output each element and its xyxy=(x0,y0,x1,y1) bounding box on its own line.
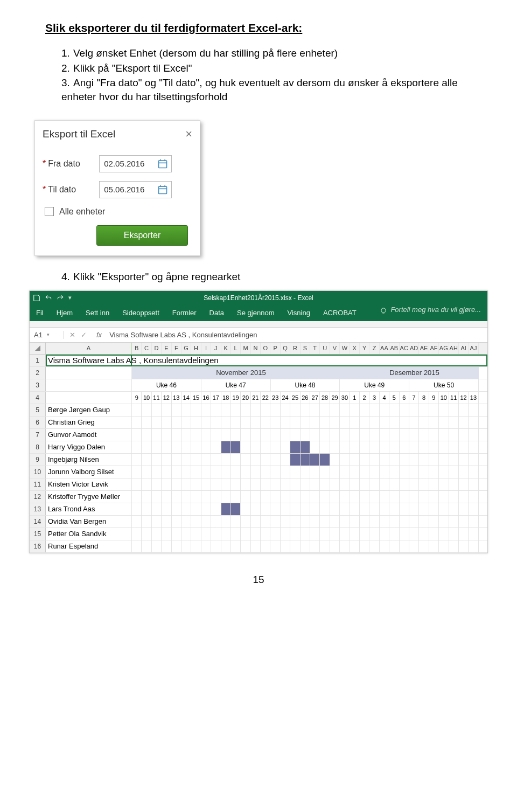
data-cell[interactable] xyxy=(172,516,181,528)
data-cell[interactable] xyxy=(439,478,449,490)
data-cell[interactable] xyxy=(290,404,300,416)
col-header-o[interactable]: O xyxy=(261,343,270,354)
data-cell[interactable] xyxy=(369,478,379,490)
data-cell[interactable] xyxy=(369,441,379,453)
data-cell[interactable] xyxy=(449,466,459,478)
data-cell[interactable] xyxy=(389,417,399,428)
data-cell[interactable] xyxy=(409,528,419,540)
data-cell[interactable] xyxy=(459,528,469,540)
data-cell[interactable] xyxy=(389,491,399,503)
data-cell[interactable] xyxy=(211,404,221,416)
data-cell[interactable] xyxy=(132,540,142,552)
data-cell[interactable] xyxy=(211,540,221,552)
data-cell[interactable] xyxy=(330,441,340,453)
data-cell[interactable] xyxy=(201,503,211,515)
data-cell[interactable] xyxy=(439,466,449,478)
data-cell[interactable] xyxy=(142,466,151,478)
col-header-aj[interactable]: AJ xyxy=(469,343,478,354)
data-cell[interactable] xyxy=(172,454,181,466)
data-cell[interactable] xyxy=(231,429,241,441)
data-cell[interactable] xyxy=(439,540,449,552)
data-cell[interactable] xyxy=(261,478,270,490)
calendar-icon[interactable] xyxy=(157,184,168,195)
data-cell[interactable] xyxy=(221,454,231,466)
data-cell[interactable] xyxy=(201,540,211,552)
data-cell[interactable] xyxy=(310,429,320,441)
col-header-ah[interactable]: AH xyxy=(449,343,459,354)
data-cell[interactable] xyxy=(231,404,241,416)
data-cell[interactable] xyxy=(369,404,379,416)
data-cell[interactable] xyxy=(221,478,231,490)
data-cell[interactable] xyxy=(261,429,270,441)
data-cell[interactable] xyxy=(241,417,250,428)
data-cell[interactable] xyxy=(350,478,360,490)
data-cell[interactable] xyxy=(132,503,142,515)
data-cell[interactable] xyxy=(429,466,439,478)
data-cell[interactable] xyxy=(369,454,379,466)
col-header-d[interactable]: D xyxy=(152,343,162,354)
data-cell[interactable] xyxy=(142,540,151,552)
data-cell[interactable] xyxy=(439,441,449,453)
data-cell[interactable] xyxy=(211,478,221,490)
data-cell[interactable] xyxy=(221,540,231,552)
data-cell[interactable] xyxy=(429,404,439,416)
data-cell[interactable] xyxy=(409,417,419,428)
col-header-k[interactable]: K xyxy=(221,343,231,354)
name-cell[interactable]: Lars Trond Aas xyxy=(46,503,132,515)
data-cell[interactable] xyxy=(241,429,250,441)
data-cell[interactable] xyxy=(261,491,270,503)
data-cell[interactable] xyxy=(469,540,478,552)
data-cell[interactable] xyxy=(389,466,399,478)
data-cell[interactable] xyxy=(469,454,478,466)
data-cell[interactable] xyxy=(449,478,459,490)
data-cell[interactable] xyxy=(400,441,409,453)
data-cell[interactable] xyxy=(409,491,419,503)
data-cell[interactable] xyxy=(251,503,261,515)
data-cell[interactable] xyxy=(380,417,389,428)
data-cell[interactable] xyxy=(201,429,211,441)
data-cell[interactable] xyxy=(400,466,409,478)
data-cell[interactable] xyxy=(419,417,429,428)
data-cell[interactable] xyxy=(469,478,478,490)
data-cell[interactable] xyxy=(320,429,330,441)
data-cell[interactable] xyxy=(360,417,369,428)
data-cell[interactable] xyxy=(369,528,379,540)
data-cell[interactable] xyxy=(389,540,399,552)
data-cell[interactable] xyxy=(231,516,241,528)
data-cell[interactable] xyxy=(409,516,419,528)
data-cell[interactable] xyxy=(360,503,369,515)
data-cell[interactable] xyxy=(449,516,459,528)
row-header[interactable]: 2 xyxy=(30,367,46,379)
data-cell[interactable] xyxy=(261,466,270,478)
data-cell[interactable] xyxy=(389,516,399,528)
data-cell[interactable] xyxy=(181,540,191,552)
data-cell[interactable] xyxy=(459,478,469,490)
name-cell[interactable]: Kristoffer Trygve Møller xyxy=(46,491,132,503)
data-cell[interactable] xyxy=(469,466,478,478)
data-cell[interactable] xyxy=(350,429,360,441)
data-cell[interactable] xyxy=(231,528,241,540)
data-cell[interactable] xyxy=(340,466,350,478)
data-cell[interactable] xyxy=(350,454,360,466)
data-cell[interactable] xyxy=(281,441,290,453)
data-cell[interactable] xyxy=(241,503,250,515)
data-cell[interactable] xyxy=(459,491,469,503)
data-cell[interactable] xyxy=(211,429,221,441)
data-cell[interactable] xyxy=(350,441,360,453)
data-cell[interactable] xyxy=(162,404,171,416)
data-cell[interactable] xyxy=(290,478,300,490)
row-header[interactable]: 1 xyxy=(30,355,46,366)
tab-hjem[interactable]: Hjem xyxy=(57,309,73,320)
data-cell[interactable] xyxy=(301,404,310,416)
data-cell[interactable] xyxy=(400,454,409,466)
data-cell[interactable] xyxy=(231,454,241,466)
data-cell[interactable] xyxy=(221,516,231,528)
data-cell[interactable] xyxy=(459,540,469,552)
data-cell[interactable] xyxy=(181,516,191,528)
select-all-corner[interactable] xyxy=(30,343,46,354)
col-header-ae[interactable]: AE xyxy=(419,343,429,354)
data-cell[interactable] xyxy=(281,466,290,478)
calendar-icon[interactable] xyxy=(157,158,168,169)
data-cell[interactable] xyxy=(241,540,250,552)
data-cell[interactable] xyxy=(330,478,340,490)
